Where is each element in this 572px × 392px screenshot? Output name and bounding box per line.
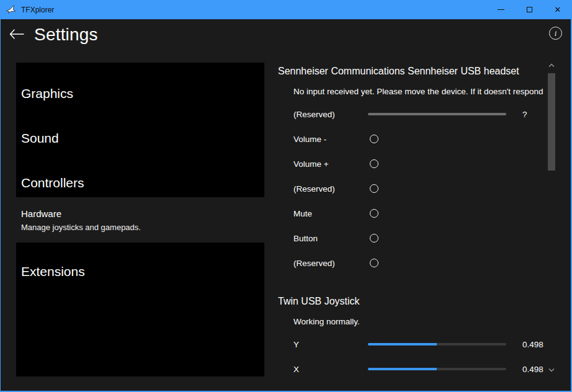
axis-slider-fill <box>368 343 437 345</box>
control-row-reserved: (Reserved)? <box>278 102 548 127</box>
control-label: Volume + <box>293 159 368 169</box>
control-row-volume: Volume + <box>278 151 548 176</box>
button-indicator <box>370 135 378 143</box>
control-row-reserved: (Reserved) <box>278 251 548 275</box>
control-label: Volume - <box>293 135 368 144</box>
control-label: Y <box>293 340 368 349</box>
app-window: TFXplorer ✕ Settings i GraphicsSoundCont… <box>0 0 572 392</box>
axis-slider <box>368 113 506 115</box>
minimize-icon <box>498 9 504 10</box>
control-label: (Reserved) <box>293 110 368 119</box>
scroll-down-icon[interactable] <box>548 368 555 372</box>
control-label: Mute <box>293 209 368 218</box>
button-indicator <box>370 159 378 168</box>
minimize-button[interactable] <box>486 0 515 19</box>
scrollbar[interactable] <box>547 62 556 377</box>
back-button[interactable] <box>9 28 25 40</box>
info-icon: i <box>555 29 557 38</box>
axis-slider <box>368 343 506 345</box>
axis-value: ? <box>522 110 527 119</box>
sidebar-item-graphics[interactable]: Graphics <box>16 71 264 116</box>
device-controls: Y0.498X0.498 <box>278 332 548 381</box>
control-label: Button <box>293 234 368 243</box>
control-row-y: Y0.498 <box>278 332 548 357</box>
sidebar-item-extensions[interactable]: Extensions <box>16 249 264 294</box>
titlebar: TFXplorer ✕ <box>0 0 572 19</box>
control-row-volume: Volume - <box>278 127 548 151</box>
page-title: Settings <box>34 25 98 45</box>
device-status: Working normally. <box>293 316 548 327</box>
sidebar-item-controllers[interactable]: Controllers <box>16 161 264 197</box>
device-status: No input received yet. Please move the d… <box>293 86 548 97</box>
sidebar-category-list: GraphicsSoundControllers <box>16 63 264 197</box>
axis-value: 0.498 <box>522 365 543 374</box>
device-controls: (Reserved)?Volume -Volume +(Reserved)Mut… <box>278 102 548 275</box>
button-indicator <box>370 209 378 218</box>
maximize-icon <box>527 7 532 12</box>
sidebar-item-hardware[interactable]: Hardware Manage joysticks and gamepads. <box>16 205 264 236</box>
control-row-mute: Mute <box>278 201 548 226</box>
sidebar-item-sound[interactable]: Sound <box>16 116 264 161</box>
button-indicator <box>370 184 378 193</box>
info-button[interactable]: i <box>549 27 562 40</box>
device-name: Twin USB Joystick <box>278 295 548 308</box>
app-icon <box>6 4 16 15</box>
close-button[interactable]: ✕ <box>543 0 572 19</box>
sidebar-category-list-2: Extensions <box>16 243 264 376</box>
sidebar-item-subtitle: Manage joysticks and gamepads. <box>21 223 264 233</box>
back-arrow-icon <box>9 28 25 40</box>
device-section-twin-usb-joystick: Twin USB JoystickWorking normally.Y0.498… <box>278 295 548 381</box>
control-row-reserved: (Reserved) <box>278 176 548 201</box>
control-label: X <box>293 365 368 374</box>
window-title: TFXplorer <box>21 6 54 14</box>
device-section-sennheiser-communications-sennheiser-usb-headset: Sennheiser Communications Sennheiser USB… <box>278 65 548 275</box>
axis-value: 0.498 <box>522 340 543 349</box>
close-icon: ✕ <box>555 6 561 14</box>
sidebar-item-title: Hardware <box>21 208 264 220</box>
device-panel: Sennheiser Communications Sennheiser USB… <box>278 19 548 392</box>
axis-slider <box>368 368 506 370</box>
button-indicator <box>370 259 378 267</box>
scrollbar-thumb[interactable] <box>548 73 555 171</box>
maximize-button[interactable] <box>515 0 543 19</box>
control-label: (Reserved) <box>293 184 368 194</box>
scroll-up-icon[interactable] <box>548 63 555 68</box>
control-row-button: Button <box>278 226 548 251</box>
axis-slider-fill <box>368 368 437 370</box>
control-label: (Reserved) <box>293 259 368 268</box>
button-indicator <box>370 234 378 243</box>
control-row-x: X0.498 <box>278 357 548 381</box>
device-name: Sennheiser Communications Sennheiser USB… <box>278 65 548 78</box>
